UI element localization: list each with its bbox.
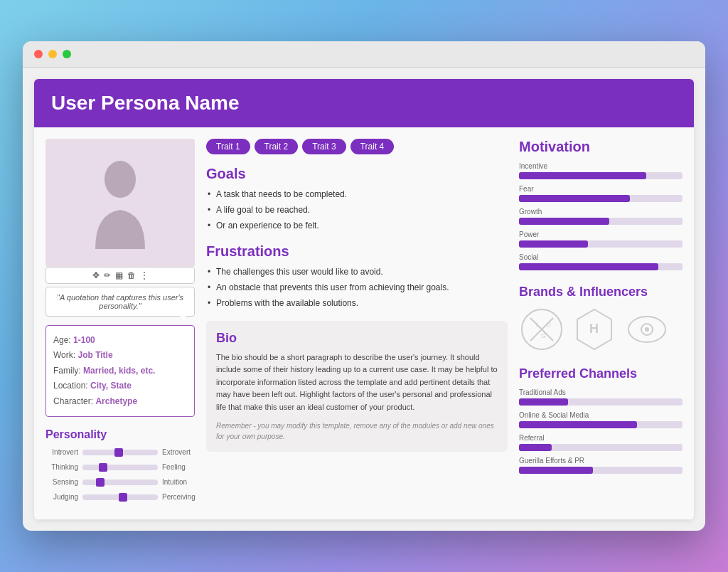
- motivation-row: Power: [519, 231, 682, 248]
- avatar-toolbar: ✥ ✏ ▦ 🗑 ⋮: [46, 267, 195, 284]
- motivation-bar-fill: [519, 240, 588, 248]
- avatar-container: [46, 139, 195, 267]
- close-dot[interactable]: [34, 50, 43, 58]
- browser-window: User Persona Name ✥ ✏ ▦ 🗑 ⋮: [23, 41, 705, 531]
- channel-bar-fill: [519, 467, 593, 474]
- bio-note: Remember - you may modify this template,…: [216, 420, 498, 442]
- trait-bar: [82, 480, 158, 485]
- trait-badge[interactable]: Trait 3: [302, 139, 346, 154]
- avatar-silhouette: [88, 157, 152, 249]
- edit-icon[interactable]: ✏: [104, 270, 111, 280]
- frustrations-list: The challenges this user would like to a…: [206, 265, 508, 309]
- motivation-row: Growth: [519, 208, 682, 225]
- delete-icon[interactable]: 🗑: [127, 270, 136, 280]
- motivation-bar-bg: [519, 172, 682, 179]
- motivation-row: Fear: [519, 185, 682, 202]
- personality-trait-row: Thinking Feeling: [46, 463, 195, 471]
- right-column: Motivation Incentive Fear Growth Power S…: [519, 139, 682, 509]
- brands-title: Brands & Influencers: [519, 285, 682, 300]
- goal-item: A life goal to be reached.: [206, 203, 508, 216]
- motivation-bar-bg: [519, 263, 682, 270]
- motivation-label: Incentive: [519, 162, 682, 170]
- motivation-row: Social: [519, 253, 682, 270]
- channel-bar-bg: [519, 421, 682, 428]
- minimize-dot[interactable]: [48, 50, 57, 58]
- family-row: Family: Married, kids, etc.: [53, 364, 187, 379]
- goal-item: Or an experience to be felt.: [206, 219, 508, 232]
- frustration-item: Problems with the available solutions.: [206, 297, 508, 309]
- texture-icon[interactable]: ▦: [115, 270, 123, 280]
- svg-text:L: L: [536, 321, 540, 328]
- svg-point-0: [105, 161, 136, 198]
- bio-title: Bio: [216, 331, 498, 346]
- motivation-bar-fill: [519, 172, 646, 179]
- channel-bar-fill: [519, 421, 637, 428]
- trait-right-label: Perceiving: [158, 493, 195, 501]
- bio-box: Bio The bio should be a short paragraph …: [206, 321, 508, 452]
- motivation-bars: Incentive Fear Growth Power Social: [519, 162, 682, 270]
- browser-chrome: [23, 41, 705, 68]
- channel-row: Online & Social Media: [519, 411, 682, 428]
- trait-badge[interactable]: Trait 1: [206, 139, 250, 154]
- svg-text:G: G: [541, 332, 546, 339]
- bio-text: The bio should be a short paragraph to d…: [216, 351, 498, 414]
- motivation-section: Motivation Incentive Fear Growth Power S…: [519, 139, 682, 270]
- trait-badges: Trait 1Trait 2Trait 3Trait 4: [206, 139, 508, 154]
- motivation-label: Growth: [519, 208, 682, 216]
- trait-right-label: Feeling: [158, 463, 195, 471]
- channel-label: Traditional Ads: [519, 388, 682, 396]
- personality-title: Personality: [46, 428, 195, 441]
- trait-right-label: Extrovert: [158, 448, 195, 456]
- frustrations-title: Frustrations: [206, 243, 508, 260]
- maximize-dot[interactable]: [63, 50, 71, 58]
- channel-bar-bg: [519, 444, 682, 451]
- goals-title: Goals: [206, 166, 508, 182]
- more-icon[interactable]: ⋮: [140, 270, 149, 280]
- age-row: Age: 1-100: [53, 333, 187, 349]
- personality-traits: Introvert Extrovert Thinking Feeling Sen…: [46, 448, 195, 501]
- channel-bar-bg: [519, 467, 682, 474]
- frustration-item: The challenges this user would like to a…: [206, 265, 508, 278]
- work-row: Work: Job Title: [53, 348, 187, 364]
- persona-body: ✥ ✏ ▦ 🗑 ⋮ "A quotation that captures thi…: [34, 127, 694, 520]
- personality-trait-row: Judging Perceiving: [46, 493, 195, 501]
- brand-logo-2: H: [572, 307, 617, 352]
- trait-left-label: Introvert: [46, 448, 82, 456]
- motivation-bar-bg: [519, 240, 682, 248]
- channel-label: Guerilla Efforts & PR: [519, 457, 682, 465]
- trait-badge[interactable]: Trait 4: [350, 139, 395, 154]
- svg-text:H: H: [589, 322, 599, 336]
- move-icon[interactable]: ✥: [92, 270, 100, 280]
- channels-title: Preferred Channels: [519, 366, 682, 381]
- trait-left-label: Judging: [46, 493, 82, 501]
- motivation-label: Fear: [519, 185, 682, 193]
- goal-item: A task that needs to be completed.: [206, 188, 508, 201]
- trait-indicator: [119, 493, 127, 502]
- motivation-bar-fill: [519, 218, 609, 225]
- motivation-bar-bg: [519, 218, 682, 225]
- middle-column: Trait 1Trait 2Trait 3Trait 4 Goals A tas…: [206, 139, 508, 509]
- trait-left-label: Sensing: [46, 478, 82, 486]
- motivation-title: Motivation: [519, 139, 682, 155]
- motivation-bar-fill: [519, 263, 658, 270]
- motivation-label: Social: [519, 253, 682, 261]
- svg-text:O: O: [546, 321, 551, 328]
- personality-trait-row: Introvert Extrovert: [46, 448, 195, 456]
- channel-bar-fill: [519, 444, 552, 451]
- channel-label: Online & Social Media: [519, 411, 682, 419]
- avatar-quote: "A quotation that captures this user's p…: [46, 287, 195, 317]
- info-box: Age: 1-100 Work: Job Title Family: Marri…: [46, 325, 195, 418]
- motivation-label: Power: [519, 231, 682, 238]
- motivation-bar-bg: [519, 195, 682, 202]
- channel-row: Traditional Ads: [519, 388, 682, 406]
- persona-title: User Persona Name: [51, 92, 677, 115]
- trait-indicator: [114, 448, 123, 457]
- location-row: Location: City, State: [53, 378, 187, 394]
- svg-point-11: [645, 327, 649, 332]
- trait-bar: [82, 465, 158, 470]
- channel-label: Referral: [519, 434, 682, 442]
- channel-row: Referral: [519, 434, 682, 451]
- trait-badge[interactable]: Trait 2: [255, 139, 299, 154]
- channel-row: Guerilla Efforts & PR: [519, 457, 682, 474]
- brand-logo-3: [624, 307, 670, 352]
